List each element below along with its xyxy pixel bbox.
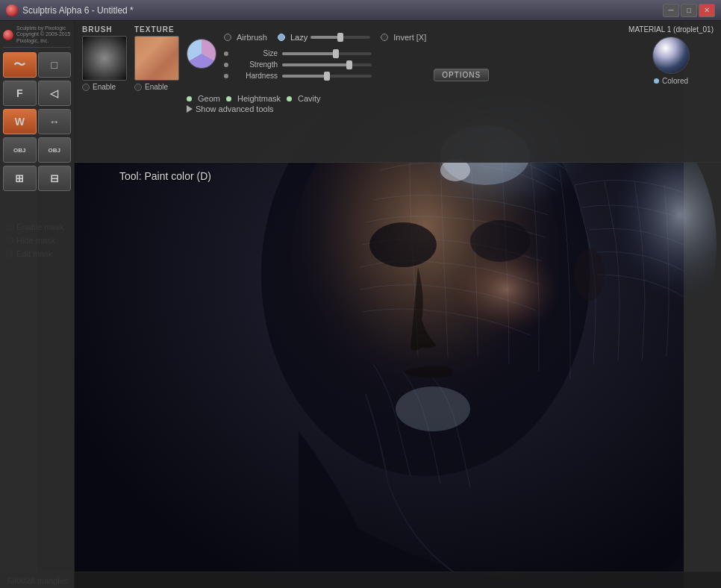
geom-label: Geom (198, 94, 220, 103)
pinch-tool-button[interactable]: ◁ (38, 81, 72, 106)
cavity-label: Cavity (298, 94, 321, 103)
svg-point-11 (396, 387, 470, 431)
heightmask-dot (226, 96, 231, 101)
symmetry1-button[interactable]: ⊞ (3, 166, 37, 191)
flatten-tool-button[interactable]: F (3, 81, 37, 106)
app-icon (6, 4, 18, 16)
lazy-label: Lazy (290, 33, 308, 42)
lazy-circle[interactable] (278, 34, 285, 41)
hardness-dot (224, 74, 228, 78)
svg-point-7 (470, 220, 530, 262)
color-mix-section (187, 39, 216, 69)
tool-row-3: W ↔ (3, 109, 71, 134)
lazy-control[interactable]: Lazy (278, 33, 370, 42)
logo-area: Sculptris by Pixologic Copyright © 2009-… (3, 24, 71, 48)
texture-enable-checkbox[interactable] (134, 84, 142, 91)
brush-label: BRUSH (82, 25, 127, 34)
copyright-text: Sculptris by Pixologic Copyright © 2009-… (16, 25, 71, 44)
sculptris-logo-icon (3, 30, 13, 40)
brush-enable-checkbox[interactable] (82, 84, 90, 91)
smooth-tool-button[interactable]: □ (38, 52, 72, 78)
advanced-tools-row: Show advanced tools (82, 104, 714, 113)
strength-label: Strength (233, 60, 278, 69)
strength-slider[interactable] (282, 63, 372, 66)
lazy-slider[interactable] (310, 36, 370, 39)
invert-toggle[interactable]: Invert [X] (381, 33, 426, 42)
texture-preview[interactable] (134, 36, 179, 81)
minimize-button[interactable]: ─ (663, 4, 679, 17)
obj-export-button[interactable]: OBJ (38, 137, 72, 163)
advanced-expand-icon[interactable] (187, 105, 193, 113)
statusbar: 690028 triangles (0, 572, 721, 588)
heightmask-label: Heightmask (237, 94, 281, 103)
obj-import-button[interactable]: OBJ (3, 137, 37, 163)
texture-label: TEXTURE (134, 25, 179, 34)
airbrush-toggle[interactable]: Airbrush (224, 33, 267, 42)
size-dot (224, 51, 228, 56)
top-panel: BRUSH Enable TEXTURE Enable (75, 21, 721, 163)
tool-row-4: OBJ OBJ (3, 137, 71, 163)
svg-point-6 (369, 222, 437, 267)
material-section: MATERIAL 1 (droplet_01) Colored (628, 25, 714, 85)
tool-row-1: 〜 □ (3, 52, 71, 78)
strength-dot (224, 63, 228, 67)
tool-row-2: F ◁ (3, 81, 71, 106)
crease-tool-button[interactable]: W (3, 109, 37, 134)
options-section: OPTIONS (434, 69, 489, 81)
size-slider-row: Size (224, 49, 426, 57)
advanced-tools-label: Show advanced tools (196, 104, 274, 113)
left-toolbar: Sculptris by Pixologic Copyright © 2009-… (0, 21, 75, 588)
draw-tool-button[interactable]: 〜 (3, 52, 37, 78)
hardness-slider-row: Hardness (224, 72, 426, 80)
brush-section: BRUSH Enable (82, 25, 127, 91)
main-area: Tool: Paint color (D) Enable mask Hide m… (0, 21, 721, 588)
tool-row-5: ⊞ ⊟ (3, 166, 71, 191)
strength-slider-row: Strength (224, 60, 426, 69)
sliders-area: Size Strength (224, 49, 426, 80)
symmetry2-button[interactable]: ⊟ (38, 166, 72, 191)
options-button[interactable]: OPTIONS (434, 69, 489, 81)
close-button[interactable]: ✕ (699, 4, 715, 17)
rotate-tool-button[interactable]: ↔ (38, 109, 72, 134)
cavity-dot (287, 96, 292, 101)
airbrush-circle[interactable] (224, 34, 231, 41)
hardness-slider[interactable] (282, 75, 372, 78)
size-slider[interactable] (282, 52, 372, 55)
colored-dot (654, 78, 659, 84)
texture-enable-label: Enable (145, 83, 168, 91)
material-label: MATERIAL 1 (droplet_01) (628, 25, 714, 34)
brush-enable-label: Enable (93, 83, 116, 91)
titlebar-title: Sculptris Alpha 6 - Untitled * (22, 5, 661, 16)
size-label: Size (233, 49, 278, 57)
color-mix-preview[interactable] (187, 39, 216, 69)
brush-preview[interactable] (82, 36, 127, 81)
geom-dot (187, 96, 192, 101)
colored-label: Colored (662, 77, 688, 85)
texture-section: TEXTURE Enable (134, 25, 179, 91)
maximize-button[interactable]: □ (681, 4, 697, 17)
invert-circle[interactable] (381, 34, 388, 41)
material-sphere-preview[interactable] (652, 37, 690, 74)
svg-point-8 (575, 248, 605, 301)
hardness-label: Hardness (233, 72, 278, 80)
airbrush-label: Airbrush (237, 33, 267, 42)
titlebar: Sculptris Alpha 6 - Untitled * ─ □ ✕ (0, 0, 721, 21)
top-controls-section: Airbrush Lazy Invert [X] (224, 33, 426, 80)
invert-label: Invert [X] (393, 33, 426, 42)
